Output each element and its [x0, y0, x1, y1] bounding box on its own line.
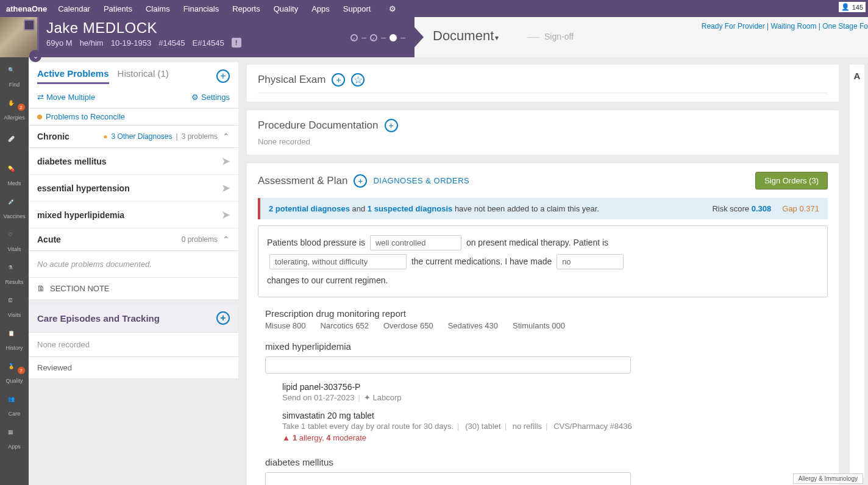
tab-active-problems[interactable]: Active Problems	[37, 68, 109, 84]
warn-count: 4	[326, 433, 330, 442]
workflow-step-active[interactable]	[390, 34, 397, 41]
forward-icon[interactable]: ➤	[222, 182, 230, 194]
warn-label: moderate	[331, 433, 367, 442]
sidebar-problems[interactable]: 🩹	[2, 129, 27, 157]
physical-exam-title: Physical Exam	[258, 74, 326, 86]
bp-control-input[interactable]	[370, 235, 461, 250]
stage-dropdown[interactable]: Document▾	[433, 28, 499, 44]
order-detail: Send on 01-27-2023	[282, 393, 355, 402]
warning-icon: ●	[103, 132, 107, 141]
user-badge[interactable]: 👤145	[839, 2, 866, 12]
nav-apps[interactable]: Apps	[311, 4, 330, 13]
sidebar-history[interactable]: 📋History	[2, 327, 27, 355]
order-item[interactable]: simvastatin 20 mg tablet Take 1 tablet e…	[265, 411, 828, 442]
quicklinks: Ready For Provider | Waiting Room | One …	[702, 22, 868, 30]
stage-next[interactable]: Sign-off	[527, 32, 574, 41]
sidebar-allergies[interactable]: ✋Allergies2	[2, 96, 27, 124]
problem-count: 3 problems	[182, 132, 218, 141]
section-note-button[interactable]: 🗎SECTION NOTE	[29, 277, 238, 299]
order-item[interactable]: lipid panel-303756-P Send on 01-27-2023|…	[265, 382, 828, 402]
workflow-step-done[interactable]	[350, 34, 358, 41]
main-content: Physical Exam + ☆ Procedure Documentatio…	[238, 57, 850, 485]
order-lab: Labcorp	[373, 393, 402, 402]
template-text: changes to our current regimen.	[267, 275, 388, 285]
problem-row[interactable]: essential hypertension➤	[29, 175, 238, 202]
reconcile-label: Problems to Reconcile	[46, 112, 125, 121]
add-procedure-button[interactable]: +	[385, 119, 398, 132]
right-panel-collapsed[interactable]: A	[850, 65, 864, 478]
chevron-up-icon[interactable]: ⌃	[222, 235, 230, 244]
template-text: the current medications. I have made	[411, 257, 554, 266]
nav-patients[interactable]: Patients	[104, 4, 132, 13]
nav-support[interactable]: Support	[343, 4, 371, 13]
patient-id: #14545	[158, 38, 185, 48]
gear-icon[interactable]: ⚙	[389, 4, 396, 13]
dx-block: mixed hyperlipidemia lipid panel-303756-…	[258, 341, 828, 442]
alert-icon[interactable]: !	[232, 38, 241, 48]
workflow-step-done[interactable]	[370, 34, 377, 41]
tab-historical[interactable]: Historical (1)	[118, 68, 169, 84]
order-pharmacy: CVS/Pharmacy #8436	[553, 422, 632, 431]
clipboard-icon: 📋	[8, 330, 21, 344]
dx-note-input[interactable]	[265, 472, 631, 485]
acute-header[interactable]: Acute 0 problems ⌃	[29, 228, 238, 251]
star-button[interactable]: ☆	[351, 73, 365, 87]
chronic-header[interactable]: Chronic ● 3 Other Diagnoses | 3 problems…	[29, 126, 238, 148]
sign-orders-button[interactable]: Sign Orders (3)	[755, 172, 828, 189]
nav-claims[interactable]: Claims	[146, 4, 170, 13]
pdmr-section: Prescription drug monitoring report Misu…	[258, 308, 828, 330]
nav-financials[interactable]: Financials	[183, 4, 219, 13]
risk-score: 0.308	[752, 204, 772, 213]
nav-reports[interactable]: Reports	[232, 4, 260, 13]
diagnoses-orders-link[interactable]: DIAGNOSES & ORDERS	[373, 176, 469, 185]
care-icon: 👥	[8, 396, 21, 409]
problems-reconcile-link[interactable]: Problems to Reconcile	[29, 108, 238, 126]
dx-block: diabetes mellitus	[258, 457, 828, 485]
sidebar-label: Meds	[7, 180, 21, 186]
procedure-none: None recorded	[258, 137, 828, 146]
add-problem-button[interactable]: +	[216, 69, 230, 83]
problem-row[interactable]: mixed hyperlipidemia➤	[29, 202, 238, 228]
sidebar-apps[interactable]: ▦Apps	[2, 425, 27, 453]
brand: athenaOne	[6, 4, 47, 13]
calendar-icon: 🗓	[8, 297, 21, 311]
sidebar-visits[interactable]: 🗓Visits	[2, 294, 27, 322]
forward-icon[interactable]: ➤	[222, 209, 230, 221]
dx-note-input[interactable]	[265, 356, 631, 373]
sidebar-meds[interactable]: 💊Meds	[2, 162, 27, 190]
swap-icon: ⇄	[37, 93, 44, 102]
nav-calendar[interactable]: Calendar	[58, 4, 90, 13]
sidebar-label: Find	[9, 82, 20, 88]
care-episodes-title: Care Episodes and Tracking	[37, 313, 160, 324]
template-text: on present medical therapy. Patient is	[466, 238, 608, 247]
flask-icon: ⚗	[8, 264, 21, 278]
sidebar-label: History	[5, 345, 23, 351]
expand-banner-icon[interactable]: ⌄	[29, 50, 41, 62]
add-pe-button[interactable]: +	[332, 73, 345, 87]
quicklink-ready[interactable]: Ready For Provider	[702, 22, 765, 30]
order-name: lipid panel-303756-P	[282, 382, 828, 392]
sidebar-vitals[interactable]: ♡Vitals	[2, 228, 27, 256]
gear-icon: ⚙	[191, 93, 199, 102]
sidebar-quality[interactable]: 🏅Quality7	[2, 359, 27, 388]
forward-icon[interactable]: ➤	[222, 155, 230, 167]
sidebar-care[interactable]: 👥Care	[2, 392, 27, 420]
tolerating-input[interactable]	[269, 254, 407, 269]
footer-chip[interactable]: Allergy & Immunology	[793, 473, 863, 484]
sidebar-results[interactable]: ⚗Results	[2, 261, 27, 289]
quicklink-onestage[interactable]: One Stage Fo	[822, 22, 868, 30]
changes-input[interactable]	[557, 254, 624, 269]
add-assessment-button[interactable]: +	[354, 174, 367, 188]
problem-row[interactable]: diabetes mellitus➤	[29, 148, 238, 175]
chevron-up-icon[interactable]: ⌃	[222, 132, 230, 141]
sidebar-label: Vaccines	[4, 213, 26, 219]
quicklink-waiting[interactable]: Waiting Room	[771, 22, 817, 30]
acute-count: 0 problems	[182, 235, 218, 244]
move-multiple-link[interactable]: ⇄Move Multiple	[37, 93, 95, 102]
settings-link[interactable]: ⚙Settings	[191, 93, 230, 102]
add-episode-button[interactable]: +	[216, 311, 230, 325]
sidebar-find[interactable]: 🔍Find	[2, 63, 27, 91]
sidebar-vaccines[interactable]: 💉Vaccines	[2, 195, 27, 223]
other-dx[interactable]: 3 Other Diagnoses	[111, 132, 172, 141]
nav-quality[interactable]: Quality	[274, 4, 298, 13]
